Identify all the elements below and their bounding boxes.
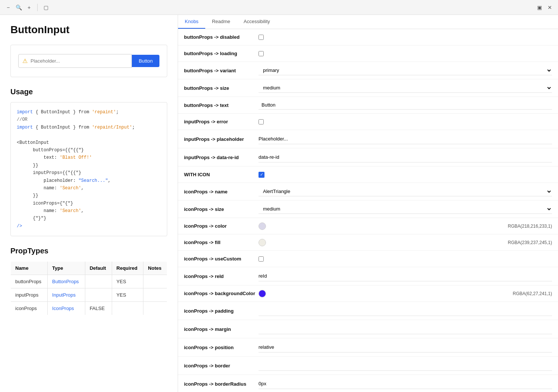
knob-control: RGBA(218,216,233,1): [259, 222, 552, 230]
knob-color-wrapper: RGBA(239,237,245,1): [259, 239, 552, 246]
code-line-4: <ButtonInput: [17, 139, 161, 146]
col-required: Required: [112, 262, 143, 275]
code-line-3: import { ButtonInput } from 'repaint/Inp…: [17, 124, 161, 131]
tabs-bar: Knobs Readme Accessibility: [178, 15, 558, 29]
knob-select[interactable]: smallmediumlarge: [259, 204, 552, 214]
type-link[interactable]: ButtonProps: [52, 279, 79, 284]
tab-accessibility[interactable]: Accessibility: [237, 15, 277, 29]
knob-label: iconProps -> color: [184, 223, 259, 229]
knob-color-wrapper: RGBA(218,216,233,1): [259, 222, 552, 230]
knob-control: [259, 324, 552, 334]
knob-row: iconProps -> margin: [178, 320, 558, 338]
preview-input-wrapper: ⚠: [18, 54, 132, 68]
knob-label: WITH ICON: [184, 172, 259, 177]
search-icon[interactable]: 🔍: [15, 4, 22, 11]
knob-row: inputProps -> data-re-id: [178, 148, 558, 167]
color-value: RGBA(239,237,245,1): [508, 240, 552, 245]
proptypes-title: PropTypes: [10, 247, 167, 255]
cell-type: InputProps: [48, 288, 85, 302]
knob-checkbox[interactable]: [259, 51, 264, 56]
cell-name: inputProps: [11, 288, 48, 302]
color-swatch[interactable]: [259, 290, 266, 297]
bookmark-icon[interactable]: ▢: [42, 4, 50, 11]
knob-label: buttonProps -> variant: [184, 68, 259, 73]
knob-row: buttonProps -> disabled: [178, 29, 558, 45]
prop-table: Name Type Default Required Notes buttonP…: [10, 261, 167, 315]
knob-select[interactable]: smallmediumlarge: [259, 83, 552, 93]
cell-name: iconProps: [11, 302, 48, 315]
knob-control: [259, 256, 552, 262]
divider: [37, 4, 38, 11]
cell-required: YES: [112, 288, 143, 302]
cell-required: [112, 302, 143, 315]
alert-triangle-icon: ⚠: [22, 57, 28, 64]
knob-checkbox-blue[interactable]: [259, 172, 264, 178]
code-block: import { ButtonInput } from 'repaint'; /…: [10, 102, 167, 236]
top-bar-left-icons: − 🔍 + ▢: [4, 4, 50, 11]
code-line-blank: [17, 131, 161, 139]
type-link[interactable]: InputProps: [52, 292, 76, 298]
code-line-1: import { ButtonInput } from 'repaint';: [17, 108, 161, 116]
knob-row: iconProps -> nameAlertTriangleSearchStar: [178, 183, 558, 200]
knob-label: iconProps -> fill: [184, 240, 259, 245]
knob-label: buttonProps -> disabled: [184, 34, 259, 40]
code-line-8: inputProps={{"{{"}: [17, 169, 161, 177]
knob-control: [259, 134, 552, 144]
tab-knobs[interactable]: Knobs: [178, 15, 205, 29]
knob-select[interactable]: AlertTriangleSearchStar: [259, 187, 552, 196]
knob-control: [259, 119, 552, 124]
code-line-10: name: 'Search',: [17, 184, 161, 192]
knob-label: buttonProps -> size: [184, 85, 259, 91]
knob-control: primarysecondarytertiary: [259, 66, 552, 75]
tab-readme[interactable]: Readme: [205, 15, 237, 29]
knob-row: iconProps -> backgroundColorRGBA(62,27,2…: [178, 285, 558, 302]
knob-checkbox[interactable]: [259, 35, 264, 40]
col-name: Name: [11, 262, 48, 275]
knob-select[interactable]: primarysecondarytertiary: [259, 66, 552, 75]
preview-input[interactable]: [31, 58, 128, 64]
preview-button[interactable]: Button: [132, 55, 159, 67]
knob-row: buttonProps -> loading: [178, 45, 558, 62]
type-link[interactable]: IconProps: [52, 306, 74, 311]
knob-textarea[interactable]: [259, 379, 552, 389]
cell-default: [85, 288, 112, 302]
color-swatch[interactable]: [259, 222, 266, 230]
zoom-in-icon[interactable]: +: [25, 4, 33, 11]
knob-textarea[interactable]: [259, 324, 552, 334]
layout-icon[interactable]: ▣: [536, 4, 543, 11]
knob-textarea[interactable]: [259, 342, 552, 353]
knob-control: [259, 379, 552, 389]
knob-label: inputProps -> placeholder: [184, 136, 259, 142]
code-line-2: //OR: [17, 116, 161, 123]
cell-name: buttonProps: [11, 275, 48, 288]
knob-label: iconProps -> border: [184, 363, 259, 369]
knob-control: [259, 172, 552, 178]
knob-textarea[interactable]: [259, 134, 552, 144]
zoom-out-icon[interactable]: −: [4, 4, 12, 11]
code-line-11: }}: [17, 192, 161, 199]
knob-label: iconProps -> backgroundColor: [184, 291, 259, 296]
knob-text-input[interactable]: [259, 101, 552, 110]
knob-row: iconProps -> border: [178, 357, 558, 375]
right-panel: Knobs Readme Accessibility buttonProps -…: [178, 15, 558, 392]
color-swatch[interactable]: [259, 239, 266, 246]
color-value: RGBA(62,27,241,1): [513, 291, 552, 296]
knob-textarea[interactable]: [259, 271, 552, 281]
knob-control: smallmediumlarge: [259, 83, 552, 93]
knob-row: iconProps -> useCustom: [178, 251, 558, 267]
color-value: RGBA(218,216,233,1): [508, 224, 552, 229]
close-icon[interactable]: ✕: [546, 4, 554, 11]
knob-label: iconProps -> borderRadius: [184, 381, 259, 387]
knob-label: inputProps -> data-re-id: [184, 155, 259, 160]
knob-textarea[interactable]: [259, 360, 552, 371]
preview-box: ⚠ Button: [10, 45, 167, 77]
code-line-13: name: 'Search',: [17, 207, 161, 215]
knob-checkbox[interactable]: [259, 119, 264, 124]
knob-label: buttonProps -> text: [184, 102, 259, 108]
knob-label: iconProps -> padding: [184, 308, 259, 314]
knob-textarea[interactable]: [259, 152, 552, 162]
knob-control: RGBA(239,237,245,1): [259, 239, 552, 246]
knob-checkbox[interactable]: [259, 256, 264, 262]
knob-textarea[interactable]: [259, 306, 552, 316]
knob-row: iconProps -> position: [178, 338, 558, 357]
